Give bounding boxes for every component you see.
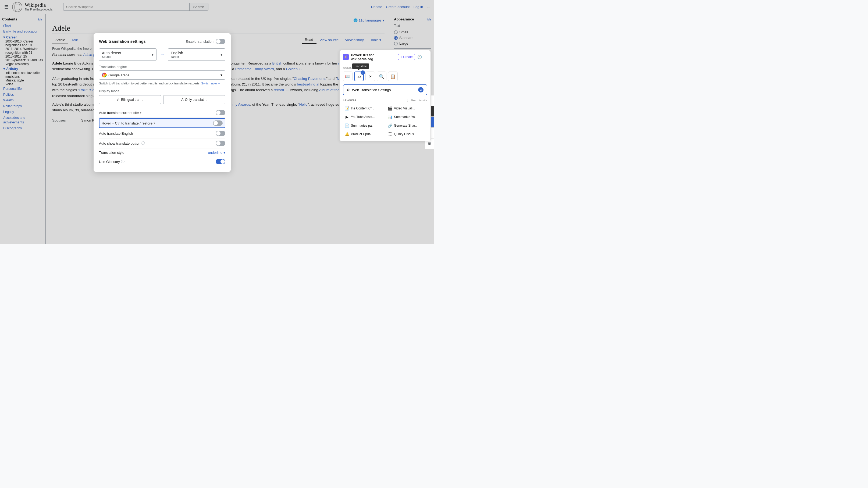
- web-trans-settings-label: Web Translation Settings: [352, 88, 391, 92]
- bilingual-icon: ⇄: [117, 98, 120, 102]
- auto-translate-site-label: Auto translate current site: [99, 111, 139, 115]
- auto-show-info-icon: ⓘ: [142, 141, 145, 146]
- lang-selector: Auto detect Source ▾ → English Target ▾: [99, 49, 225, 61]
- history-icon[interactable]: 🕐: [417, 55, 422, 59]
- tool-book-btn[interactable]: 📖: [343, 71, 352, 81]
- powerups-panel: ⚡ PowerUPs for wikipedia.org + Create 🕐 …: [339, 50, 431, 141]
- enable-label: Enable translation: [186, 39, 214, 43]
- source-lang-name: Auto detect: [102, 51, 121, 55]
- glossary-info-icon: ⓘ: [121, 159, 124, 164]
- engine-google: G Google Trans...: [102, 72, 132, 78]
- source-lang-role: Source: [102, 55, 121, 58]
- video-visual-icon: 🎬: [388, 106, 392, 111]
- web-translation-settings-btn[interactable]: ⚙ Web Translation Settings 3: [343, 85, 427, 95]
- powerups-create-btn[interactable]: + Create: [398, 54, 415, 60]
- fav-product-upda[interactable]: 🔔 Product Upda...: [343, 131, 384, 138]
- summarize-pa-label: Summarize pa...: [351, 124, 374, 127]
- modal-title: Web translation settings: [99, 39, 146, 44]
- hover-ctrl-toggle[interactable]: [213, 120, 223, 126]
- tools-row: 📖 Translate ⇄ 2 ✂ 🔍 📋: [340, 70, 431, 83]
- target-lang-box[interactable]: English Target ▾: [168, 49, 225, 61]
- translate-tooltip: Translate: [352, 63, 369, 69]
- for-this-site-checkbox[interactable]: [407, 99, 410, 102]
- generate-shar-icon: 🔗: [388, 123, 392, 128]
- modal-toggle-row: Enable translation: [186, 39, 225, 44]
- auto-translate-site-toggle[interactable]: [216, 110, 225, 115]
- quirky-discus-label: Quirky Discus...: [394, 132, 416, 136]
- fav-generate-shar[interactable]: 🔗 Generate Shar...: [386, 122, 427, 129]
- powerups-header-icons: 🕐 ⋯: [417, 55, 427, 59]
- fav-summarize-yo[interactable]: 📊 Summarize Yo...: [386, 114, 427, 120]
- youtube-assist-label: YouTube Assis...: [351, 115, 375, 119]
- auto-translate-site-chevron: ▾: [140, 111, 142, 115]
- product-upda-label: Product Upda...: [351, 132, 373, 136]
- engine-label: Translation engine: [99, 65, 225, 69]
- display-options: ⇄ Bilingual tran... A Only translati...: [99, 95, 225, 104]
- style-row: Translation style underline ▾: [99, 148, 225, 157]
- engine-switch-link[interactable]: Switch now →: [201, 82, 221, 85]
- toggle-glossary: Use Glossary ⓘ: [99, 157, 225, 166]
- style-select[interactable]: underline ▾: [208, 151, 226, 155]
- display-only-label: Only translati...: [185, 98, 207, 102]
- display-label: Display mode: [99, 89, 225, 93]
- generate-shar-label: Generate Shar...: [394, 124, 417, 127]
- fav-youtube-assist[interactable]: ▶ YouTube Assis...: [343, 114, 384, 120]
- summarize-yo-icon: 📊: [388, 115, 392, 119]
- display-only-btn[interactable]: A Only translati...: [163, 95, 225, 104]
- quirky-discus-icon: 💬: [388, 132, 392, 136]
- modal-header: Web translation settings Enable translat…: [99, 39, 225, 44]
- toggle-auto-show-btn: Auto show translate button ⓘ: [99, 139, 225, 148]
- auto-show-btn-toggle[interactable]: [216, 141, 225, 146]
- summarize-pa-icon: 📄: [344, 123, 349, 128]
- web-trans-badge: 3: [418, 87, 424, 92]
- auto-translate-english-toggle[interactable]: [216, 131, 225, 136]
- target-lang-name: English: [171, 51, 183, 55]
- ins-content-label: Ins Content Cr...: [351, 106, 374, 110]
- only-translate-icon: A: [181, 98, 184, 102]
- google-icon: G: [102, 72, 107, 78]
- hover-ctrl-chevron: ▾: [154, 121, 155, 125]
- target-lang-role: Target: [171, 55, 183, 58]
- youtube-assist-icon: ▶: [344, 115, 349, 119]
- toggle-auto-translate-site: Auto translate current site ▾: [99, 108, 225, 118]
- source-lang-chevron: ▾: [152, 53, 154, 57]
- fav-video-visual[interactable]: 🎬 Video Visuali...: [386, 105, 427, 112]
- source-lang-box[interactable]: Auto detect Source ▾: [99, 49, 156, 61]
- tool-translate-btn[interactable]: Translate ⇄ 2: [354, 71, 364, 81]
- for-this-site-label: For this site: [411, 99, 427, 102]
- enable-toggle[interactable]: [216, 39, 225, 44]
- tool-zoom-btn[interactable]: 🔍: [377, 71, 386, 81]
- target-lang-chevron: ▾: [220, 53, 222, 57]
- more-icon[interactable]: ⋯: [424, 55, 427, 59]
- ins-content-icon: 📝: [344, 106, 349, 111]
- tool-copy-btn[interactable]: 📋: [388, 71, 398, 81]
- auto-translate-english-label: Auto translate English: [99, 131, 133, 135]
- toggle-hover-ctrl: Hover + Ctrl to translate / restore ▾: [99, 118, 225, 128]
- tool-crop-btn[interactable]: ✂: [366, 71, 375, 81]
- translation-modal: Web translation settings Enable translat…: [94, 33, 231, 172]
- toggle-auto-translate-english: Auto translate English: [99, 128, 225, 139]
- video-visual-label: Video Visuali...: [394, 106, 415, 110]
- web-trans-icon: ⚙: [347, 88, 350, 92]
- hover-ctrl-label: Hover + Ctrl to translate / restore: [102, 121, 152, 125]
- favorites-grid: 📝 Ins Content Cr... 🎬 Video Visuali... ▶…: [340, 103, 431, 141]
- summarize-yo-label: Summarize Yo...: [394, 115, 417, 119]
- display-bilingual-btn[interactable]: ⇄ Bilingual tran...: [99, 95, 161, 104]
- engine-select[interactable]: G Google Trans... ▾: [99, 70, 225, 80]
- powerups-title: PowerUPs for wikipedia.org: [351, 53, 396, 61]
- fav-summarize-pa[interactable]: 📄 Summarize pa...: [343, 122, 384, 129]
- powerups-header: ⚡ PowerUPs for wikipedia.org + Create 🕐 …: [340, 50, 431, 64]
- engine-value: Google Trans...: [108, 73, 132, 77]
- engine-note: Switch to AI translation to get better r…: [99, 81, 225, 86]
- glossary-label: Use Glossary: [99, 160, 120, 164]
- favorites-label: Favorites: [343, 98, 356, 102]
- auto-show-btn-label: Auto show translate button: [99, 142, 141, 146]
- powerups-logo: ⚡: [343, 54, 349, 60]
- product-upda-icon: 🔔: [344, 132, 349, 136]
- favorites-header: Favorites For this site: [340, 97, 431, 103]
- translate-badge: 2: [361, 70, 365, 75]
- fav-ins-content[interactable]: 📝 Ins Content Cr...: [343, 105, 384, 112]
- lang-swap-btn[interactable]: →: [159, 51, 166, 59]
- fav-quirky-discus[interactable]: 💬 Quirky Discus...: [386, 131, 427, 138]
- glossary-toggle[interactable]: [216, 159, 225, 164]
